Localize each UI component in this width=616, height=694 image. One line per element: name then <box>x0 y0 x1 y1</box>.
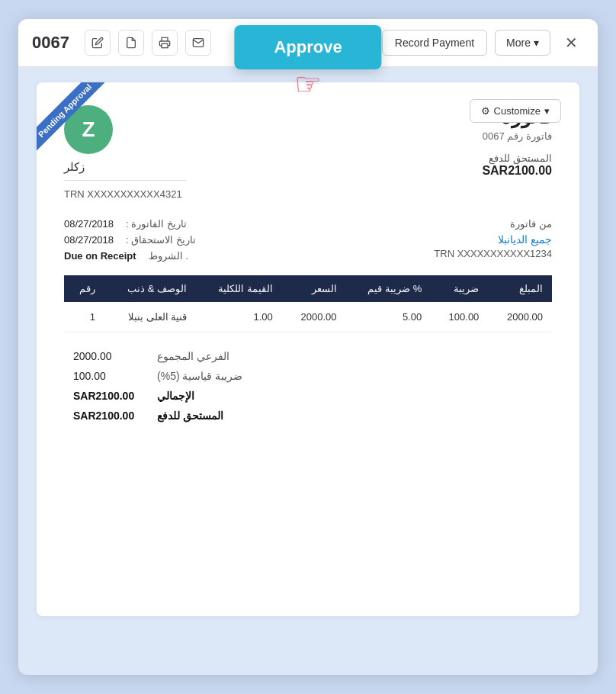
close-button[interactable]: ✕ <box>558 30 584 56</box>
subtotal-row: الفرعي المجموع 2000.00 <box>64 346 552 366</box>
balance-due-label: المستحق للدفع <box>157 410 223 422</box>
tax-label: ضريبة قياسية (5%) <box>157 370 242 382</box>
total-row: الإجمالي SAR2100.00 <box>64 386 552 406</box>
col-header-tax: ضريبة <box>431 275 488 302</box>
invoice-subtitle: فاتورة رقم 0067 <box>482 130 552 142</box>
approve-popup: Approve ☜ <box>234 25 381 101</box>
edit-icon[interactable] <box>85 30 111 56</box>
document-icon[interactable] <box>118 30 144 56</box>
due-date-row: تاريخ الاستحقاق : 08/27/2018 <box>64 234 196 246</box>
customize-chevron-icon: ▾ <box>544 105 550 117</box>
subtotal-value: 2000.00 <box>73 350 134 362</box>
terms-value: Due on Receipt <box>64 250 136 262</box>
invoice-number: 0067 <box>32 33 69 53</box>
totals-section: الفرعي المجموع 2000.00 ضريبة قياسية (5%)… <box>64 346 552 426</box>
vendor-trn: TRN XXXXXXXXXXX4321 <box>64 188 186 200</box>
from-trn: TRN XXXXXXXXXXX1234 <box>434 248 552 259</box>
balance-label: المستحق للدفع <box>482 153 552 164</box>
customize-label: Customize <box>494 105 541 117</box>
table-row: 2000.00100.005.002000.001.00قنية العلى ب… <box>64 302 552 333</box>
gear-icon: ⚙ <box>481 105 490 117</box>
due-date-label: تاريخ الاستحقاق : <box>126 234 196 246</box>
tax-row: ضريبة قياسية (5%) 100.00 <box>64 366 552 386</box>
balance-amount: SAR2100.00 <box>482 164 552 178</box>
print-icon[interactable] <box>152 30 178 56</box>
balance-section: المستحق للدفع SAR2100.00 <box>482 153 552 178</box>
more-chevron-icon: ▾ <box>534 37 539 49</box>
invoice-meta: من فاتورة جميع الديانبلا TRN XXXXXXXXXXX… <box>64 218 552 262</box>
col-header-qty: القيمة اللكلية <box>196 275 282 302</box>
vendor-link[interactable]: جميع الديانبلا <box>498 233 552 246</box>
invoice-table: المبلغ ضريبة % ضريبة قيم السعر القيمة ال… <box>64 275 552 333</box>
invoice-date-value: 08/27/2018 <box>64 218 114 230</box>
due-date-value: 08/27/2018 <box>64 234 114 246</box>
invoice-document: Pending Approval ⚙ Customize ▾ Z زكلر TR… <box>37 82 579 616</box>
avatar: Z <box>64 105 113 154</box>
customize-button[interactable]: ⚙ Customize ▾ <box>470 99 561 123</box>
col-header-amount: المبلغ <box>488 275 552 302</box>
col-header-num: رقم <box>64 275 104 302</box>
company-name: زكلر <box>64 160 186 174</box>
invoice-dates: تاريخ الفاتورة : 08/27/2018 تاريخ الاستح… <box>64 218 196 262</box>
more-button[interactable]: More ▾ <box>495 30 550 56</box>
record-payment-button[interactable]: Record Payment <box>382 30 487 56</box>
invoice-date-label: تاريخ الفاتورة : <box>126 218 187 230</box>
terms-row: . الشروط Due on Receipt <box>64 250 196 262</box>
email-icon[interactable] <box>185 30 211 56</box>
total-value: SAR2100.00 <box>73 390 134 402</box>
balance-due-row: المستحق للدفع SAR2100.00 <box>64 406 552 426</box>
from-label: من فاتورة <box>434 218 552 230</box>
subtotal-label: الفرعي المجموع <box>157 350 229 362</box>
col-header-tax-pct: % ضريبة قيم <box>346 275 432 302</box>
invoice-date-row: تاريخ الفاتورة : 08/27/2018 <box>64 218 196 230</box>
approve-button[interactable]: Approve <box>234 25 381 69</box>
invoice-from: من فاتورة جميع الديانبلا TRN XXXXXXXXXXX… <box>434 218 552 262</box>
svg-rect-0 <box>162 43 168 47</box>
document-wrapper: Pending Approval ⚙ Customize ▾ Z زكلر TR… <box>18 67 598 673</box>
col-header-rate: السعر <box>282 275 346 302</box>
vendor-section: Z زكلر TRN XXXXXXXXXXX4321 <box>64 105 186 200</box>
terms-label: . الشروط <box>149 250 188 262</box>
tax-value: 100.00 <box>73 370 134 382</box>
more-label: More <box>506 37 531 49</box>
col-header-desc: الوصف & ذنب <box>104 275 196 302</box>
balance-due-value: SAR2100.00 <box>73 410 134 422</box>
divider <box>64 180 186 181</box>
total-label: الإجمالي <box>157 390 194 402</box>
cursor-hand-icon: ☜ <box>294 66 322 101</box>
